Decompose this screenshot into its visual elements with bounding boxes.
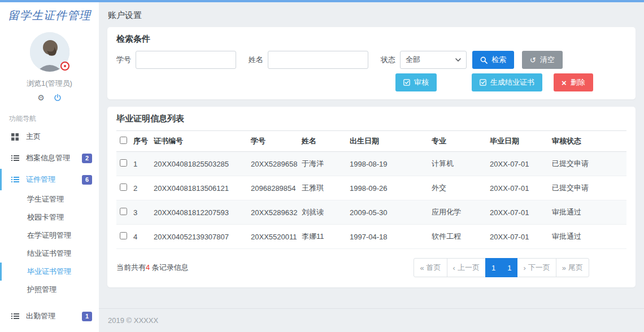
profile-section: 浏览1(管理员) ⚙ [0, 25, 99, 103]
cell-no: 3 [133, 200, 154, 225]
sidebar-subitem-passport[interactable]: 护照管理 [0, 281, 99, 299]
list-icon [11, 176, 20, 184]
generate-certificate-button-label: 生成结业证书 [490, 77, 534, 88]
cell-no: 1 [133, 152, 154, 176]
online-status-icon [60, 62, 69, 71]
row-checkbox[interactable] [120, 184, 127, 191]
main-area: 账户设置 检索条件 学号 姓名 状态 [99, 2, 644, 332]
sidebar-subitem-campus-card[interactable]: 校园卡管理 [0, 208, 99, 226]
generate-certificate-button[interactable]: 生成结业证书 [472, 73, 542, 91]
x-icon: × [562, 78, 567, 87]
cell-status: 已提交申请 [552, 176, 626, 200]
student-no-input[interactable] [136, 51, 236, 69]
pagination: « 首页 ‹ 上一页 1 1 › 下一页 [414, 258, 589, 277]
table-row: 1 20XX04081825503285 20XX5289658 于海洋 199… [116, 152, 626, 176]
audit-button-label: 审核 [414, 77, 429, 88]
row-checkbox[interactable] [120, 232, 127, 239]
sidebar-subitem-completion-cert[interactable]: 结业证书管理 [0, 244, 99, 263]
col-header-name: 姓名 [302, 131, 350, 152]
sidebar-subitem-graduation-cert[interactable]: 毕业证书管理 [0, 263, 99, 281]
logout-power-icon[interactable] [54, 94, 62, 102]
cell-name: 刘就读 [302, 200, 350, 225]
checkbox-check-icon [403, 79, 410, 86]
checkbox-check-icon [480, 79, 486, 86]
cell-status: 审批通过 [552, 225, 626, 249]
status-select-value: 全部 [406, 55, 420, 65]
chevron-down-icon [455, 58, 461, 62]
audit-button[interactable]: 审核 [395, 73, 437, 91]
settings-gear-icon[interactable]: ⚙ [37, 94, 45, 102]
row-checkbox[interactable] [120, 159, 127, 167]
cell-name: 王雅琪 [302, 176, 350, 200]
cell-major: 软件工程 [432, 225, 490, 249]
table-row: 4 20XX04052139307807 20XX5520011 李娜11 19… [116, 225, 626, 249]
search-panel: 检索条件 学号 姓名 状态 全部 [107, 27, 636, 99]
sidebar-item-certificates[interactable]: 证件管理 6 [0, 169, 99, 190]
cell-birth: 1997-04-18 [350, 225, 432, 249]
graduation-cert-list-panel: 毕业证明信息列表 序号 证书编号 学号 姓名 出生日期 [107, 107, 636, 287]
nav-section-label: 功能导航 [0, 103, 99, 126]
pagination-page-1[interactable]: 1 [485, 258, 502, 277]
cell-grad-date: 20XX-07-01 [490, 225, 552, 249]
table-row: 2 20XX04081813506121 20968289854 王雅琪 199… [116, 176, 626, 200]
pagination-prev-label: 上一页 [458, 263, 480, 273]
search-panel-title: 检索条件 [116, 34, 626, 51]
name-label: 姓名 [249, 55, 263, 65]
col-header-student-no: 学号 [251, 131, 302, 152]
student-no-label: 学号 [116, 55, 131, 65]
sidebar-item-label: 档案信息管理 [26, 153, 70, 163]
pagination-page-1b[interactable]: 1 [501, 258, 517, 277]
list-icon [11, 155, 20, 162]
clear-button[interactable]: ↺ 清空 [522, 51, 563, 69]
col-header-major: 专业 [432, 131, 490, 152]
delete-button-label: 删除 [571, 77, 585, 88]
sidebar-subitem-enrollment-cert[interactable]: 在学证明管理 [0, 226, 99, 244]
col-header-birth: 出生日期 [350, 131, 432, 152]
clear-button-label: 清空 [540, 55, 555, 65]
sidebar-item-home[interactable]: 主页 [0, 126, 99, 147]
count-badge: 2 [82, 154, 92, 163]
cell-no: 2 [133, 176, 154, 200]
cell-major: 应用化学 [432, 200, 490, 225]
cell-grad-date: 20XX-07-01 [490, 152, 552, 176]
breadcrumb: 账户设置 [99, 2, 644, 27]
search-icon [480, 56, 488, 64]
count-badge: 6 [82, 175, 92, 185]
search-button-label: 检索 [491, 55, 506, 65]
pagination-prev[interactable]: ‹ 上一页 [447, 258, 486, 277]
sidebar-item-attendance[interactable]: 出勤管理 1 [0, 305, 99, 327]
cell-status: 已提交申请 [552, 152, 626, 176]
sidebar-item-label: 证件管理 [26, 174, 55, 185]
cell-grad-date: 20XX-07-01 [490, 200, 552, 225]
delete-button[interactable]: × 删除 [554, 73, 593, 91]
cell-cert-no: 20XX04052139307807 [154, 225, 251, 249]
select-all-checkbox[interactable] [120, 137, 127, 144]
cell-name: 李娜11 [302, 225, 350, 249]
record-count-summary: 当前共有4 条记录信息 [116, 263, 189, 273]
search-button[interactable]: 检索 [472, 51, 514, 69]
name-input[interactable] [268, 51, 368, 69]
pagination-next-label: 下一页 [528, 263, 550, 273]
user-name: 浏览1(管理员) [0, 78, 99, 89]
cell-cert-no: 20XX04081813506121 [154, 176, 251, 200]
status-select[interactable]: 全部 [400, 51, 467, 69]
sidebar-item-archives[interactable]: 档案信息管理 2 [0, 147, 99, 169]
pagination-next[interactable]: › 下一页 [517, 258, 556, 277]
cell-birth: 1998-08-19 [350, 152, 432, 176]
footer-copyright: 2019 © XXXXX [99, 308, 644, 332]
row-checkbox[interactable] [120, 208, 127, 215]
cell-name: 于海洋 [302, 152, 350, 176]
pagination-first[interactable]: « 首页 [414, 258, 447, 277]
cell-student-no: 20XX5520011 [251, 225, 302, 249]
cell-major: 计算机 [432, 152, 490, 176]
sidebar-subitem-student-id[interactable]: 学生证管理 [0, 190, 99, 208]
app-title: 留学生证件管理 [0, 2, 99, 25]
col-header-grad-date: 毕业日期 [490, 131, 552, 152]
angle-double-left-icon: « [420, 264, 424, 272]
cell-birth: 2009-05-30 [350, 200, 432, 225]
cell-major: 外交 [432, 176, 490, 200]
sidebar-item-label: 主页 [26, 132, 41, 142]
pagination-last[interactable]: » 尾页 [556, 258, 589, 277]
summary-suffix: 条记录信息 [150, 263, 189, 272]
col-header-cert-no: 证书编号 [154, 131, 251, 152]
